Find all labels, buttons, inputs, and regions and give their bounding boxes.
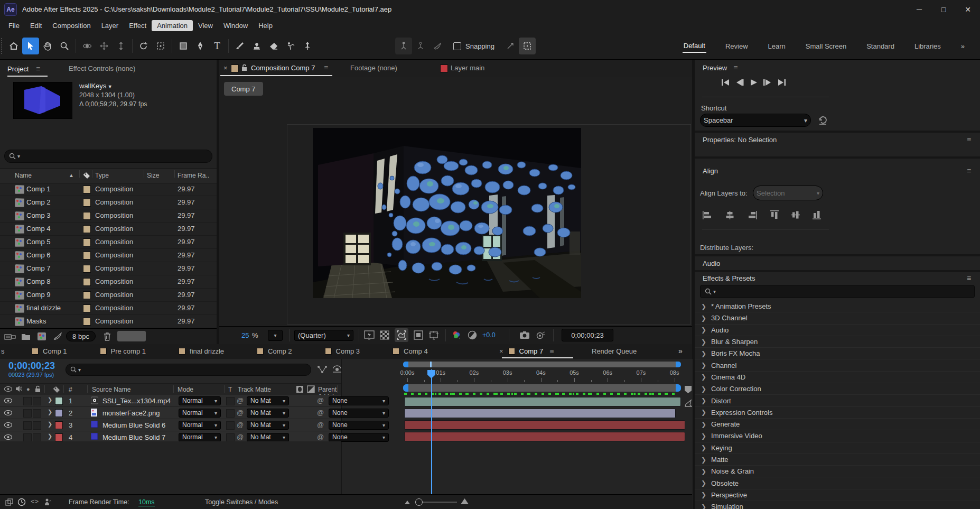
align-bottom-icon[interactable] <box>813 210 821 220</box>
pan-behind-anchor-tool[interactable] <box>152 38 169 54</box>
show-snapshot-icon[interactable] <box>536 331 546 339</box>
toolbar-grip[interactable] <box>1 38 5 54</box>
workspace-tab-libraries[interactable]: Libraries <box>913 40 942 52</box>
reset-icon[interactable] <box>818 115 827 125</box>
composition-image[interactable] <box>313 128 581 298</box>
matte-luma-icon[interactable] <box>307 385 315 393</box>
menu-item-view[interactable]: View <box>193 20 218 31</box>
column-frame-rate[interactable]: Frame Ra.. <box>178 172 209 179</box>
layer-row[interactable]: ❯ 2 monsterFace2.png Normal▾ @ No Mat▾ @… <box>0 407 341 419</box>
parent-pickwhip-icon[interactable]: @ <box>317 421 324 429</box>
transparency-grid-icon[interactable] <box>380 330 389 340</box>
channel-rgb-icon[interactable] <box>452 330 461 340</box>
exposure-value[interactable]: +0.0 <box>482 331 496 339</box>
layer-source-name[interactable]: Medium Blue Solid 6 <box>102 421 165 429</box>
item-label-swatch[interactable] <box>83 318 91 326</box>
pan-camera-tool[interactable] <box>96 38 113 54</box>
previous-frame-button[interactable] <box>735 79 744 86</box>
t-switch-well[interactable] <box>226 433 235 442</box>
composition-panel-menu-icon[interactable]: ≡ <box>324 63 328 72</box>
toggle-switches-modes-button[interactable]: Toggle Switches / Modes <box>205 498 278 506</box>
effects-panel-menu-icon[interactable]: ≡ <box>967 274 971 282</box>
effects-category--animation-presets[interactable]: ❯* Animation Presets <box>695 301 980 312</box>
zoom-dropdown[interactable]: ▾ <box>268 330 283 341</box>
align-center-vertical-icon[interactable] <box>791 210 800 220</box>
puppet-pin-tool[interactable] <box>299 38 316 54</box>
eraser-tool[interactable] <box>265 38 282 54</box>
last-frame-button[interactable] <box>777 79 786 86</box>
zoom-tool[interactable] <box>56 38 73 54</box>
type-tool[interactable]: T <box>209 38 226 54</box>
effects-search-input[interactable]: ▾ <box>700 285 975 298</box>
parent-pickwhip-icon[interactable]: @ <box>317 433 324 441</box>
menu-item-edit[interactable]: Edit <box>25 20 47 31</box>
item-label-swatch[interactable] <box>83 265 91 273</box>
timeline-tab-comp-3[interactable]: Comp 3 <box>325 344 360 358</box>
parent-link-dropdown[interactable]: None▾ <box>329 409 389 418</box>
marching-ants-icon[interactable] <box>519 38 536 54</box>
comp-breadcrumb-chip[interactable]: Comp 7 <box>224 82 263 96</box>
menu-item-file[interactable]: File <box>3 20 25 31</box>
expand-chevron-icon[interactable]: ❯ <box>48 421 52 428</box>
shy-icon[interactable] <box>332 365 342 375</box>
timeline-timecode[interactable]: 0;00;00;23 <box>8 360 55 372</box>
snapshot-camera-icon[interactable] <box>519 331 530 339</box>
snap-guides-icon[interactable] <box>502 38 519 54</box>
brush-tool[interactable] <box>231 38 248 54</box>
lock-icon[interactable] <box>241 64 247 71</box>
track-matte-dropdown[interactable]: No Mat▾ <box>247 396 289 405</box>
tab-project[interactable]: Project <box>7 65 29 73</box>
parent-pickwhip-icon[interactable]: @ <box>317 409 324 417</box>
render-queue-tab[interactable]: Render Queue <box>592 347 637 355</box>
navigator-end-handle[interactable] <box>676 362 681 367</box>
menu-item-effect[interactable]: Effect <box>124 20 152 31</box>
close-button[interactable]: ✕ <box>956 1 980 18</box>
workspace-tab-small-screen[interactable]: Small Screen <box>805 40 847 52</box>
timeline-tab-final-drizzle[interactable]: final drizzle <box>179 344 224 358</box>
work-area-bar[interactable] <box>403 384 681 392</box>
next-frame-button[interactable] <box>763 79 772 86</box>
expression-icon[interactable]: <> <box>31 497 39 505</box>
matte-pickwhip-icon[interactable]: @ <box>237 396 244 404</box>
expand-chevron-icon[interactable]: ❯ <box>48 433 52 440</box>
effects-category-channel[interactable]: ❯Channel <box>695 359 980 371</box>
audio-mute-icon[interactable] <box>44 498 52 506</box>
pen-tool[interactable] <box>192 38 209 54</box>
layer-source-name[interactable]: monsterFace2.png <box>102 409 160 417</box>
effects-category-simulation[interactable]: ❯Simulation <box>695 501 980 509</box>
item-label-swatch[interactable] <box>83 252 91 260</box>
crop-region-icon[interactable] <box>428 330 439 340</box>
audio-panel-title[interactable]: Audio <box>703 260 720 267</box>
timeline-tab-pre-comp-1[interactable]: Pre comp 1 <box>100 344 146 358</box>
timeline-tab-partial[interactable]: s <box>1 347 5 355</box>
menu-item-help[interactable]: Help <box>253 20 278 31</box>
rotate-tool[interactable] <box>135 38 152 54</box>
layer-source-name[interactable]: SSU_Tex...x1304.mp4 <box>102 397 171 405</box>
preview-panel-menu-icon[interactable]: ≡ <box>733 63 738 72</box>
effects-category-matte[interactable]: ❯Matte <box>695 454 980 466</box>
layer-duration-bar[interactable] <box>404 420 685 430</box>
effects-category-blur-sharpen[interactable]: ❯Blur & Sharpen <box>695 336 980 348</box>
parent-link-dropdown[interactable]: None▾ <box>329 421 389 430</box>
item-label-swatch[interactable] <box>83 199 91 207</box>
expand-chevron-icon[interactable]: ❯ <box>48 396 52 403</box>
align-top-icon[interactable] <box>770 210 779 220</box>
timeline-search-input[interactable]: ▾ <box>66 364 311 376</box>
solo-switch-well[interactable] <box>33 409 41 418</box>
new-folder-icon[interactable] <box>21 332 31 340</box>
tab-composition[interactable]: Composition Comp 7 <box>251 64 315 72</box>
workspace-overflow-icon[interactable]: » <box>960 40 966 52</box>
layer-row[interactable]: ❯ 1 SSU_Tex...x1304.mp4 Normal▾ @ No Mat… <box>0 395 341 407</box>
project-item-row[interactable]: Comp 5 Composition 29.97 <box>0 236 217 249</box>
interpret-footage-icon[interactable] <box>4 332 16 341</box>
timeline-navigator-bar[interactable] <box>403 362 681 367</box>
timeline-tab-comp-1[interactable]: Comp 1 <box>32 344 67 358</box>
orbit-camera-tool[interactable] <box>79 38 96 54</box>
parent-link-dropdown[interactable]: None▾ <box>329 396 389 405</box>
project-item-row[interactable]: Comp 7 Composition 29.97 <box>0 262 217 275</box>
navigator-start-handle[interactable] <box>403 362 408 367</box>
layer-label-swatch[interactable] <box>55 409 63 417</box>
matte-pickwhip-icon[interactable]: @ <box>237 433 244 441</box>
effects-category-boris-fx-mocha[interactable]: ❯Boris FX Mocha <box>695 348 980 359</box>
convert-vertex-tool-icon[interactable] <box>395 38 412 54</box>
